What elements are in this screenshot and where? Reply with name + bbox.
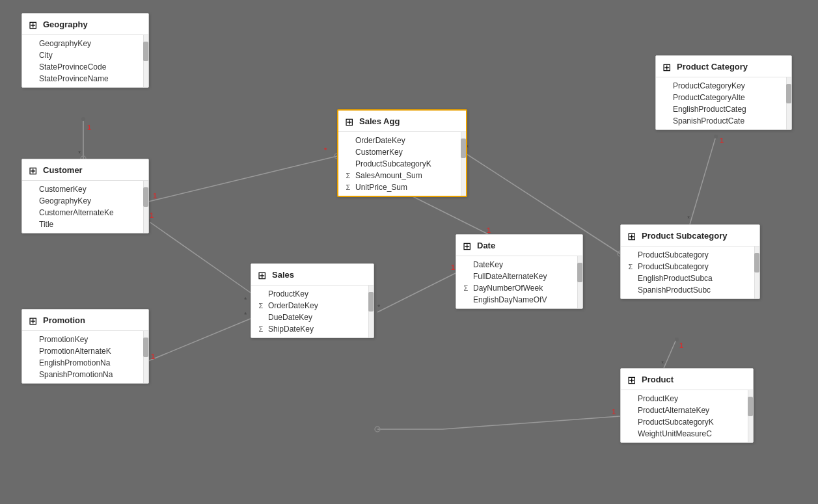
sales-title: Sales xyxy=(272,270,294,280)
sigma-icon: Σ xyxy=(344,171,353,180)
sigma-icon: Σ xyxy=(256,301,266,310)
field-icon xyxy=(344,148,353,157)
svg-text:1: 1 xyxy=(451,263,455,271)
table-icon-date: ⊞ xyxy=(463,240,473,250)
list-item: ProductSubcategoryK xyxy=(338,158,466,170)
svg-text:1: 1 xyxy=(151,352,155,360)
scrollbar[interactable] xyxy=(368,285,374,338)
date-body: DateKey FullDateAlternateKey ΣDayNumberO… xyxy=(456,256,582,308)
list-item: FullDateAlternateKey xyxy=(456,271,582,282)
table-icon-promotion: ⊞ xyxy=(29,315,39,325)
sigma-icon: Σ xyxy=(461,284,470,293)
date-table: ⊞ Date DateKey FullDateAlternateKey ΣDay… xyxy=(456,234,583,309)
scrollbar[interactable] xyxy=(143,331,148,383)
list-item: ProductCategoryAlte xyxy=(656,92,791,103)
list-item: ΣDayNumberOfWeek xyxy=(456,282,582,294)
list-item: ΣOrderDateKey xyxy=(251,300,374,312)
field-icon xyxy=(256,313,266,322)
scrollbar[interactable] xyxy=(748,390,753,442)
list-item: GeographyKey xyxy=(22,38,148,49)
field-icon xyxy=(661,105,670,114)
field-icon xyxy=(626,406,635,415)
scrollbar[interactable] xyxy=(577,256,582,308)
list-item: DueDateKey xyxy=(251,312,374,323)
svg-text:1: 1 xyxy=(679,341,683,349)
promotion-table: ⊞ Promotion PromotionKey PromotionAltern… xyxy=(21,309,149,384)
product-subcategory-table: ⊞ Product Subcategory ProductSubcategory… xyxy=(620,224,760,299)
table-icon-product-category: ⊞ xyxy=(662,61,673,72)
table-icon-geography: ⊞ xyxy=(29,19,39,29)
sigma-icon: Σ xyxy=(344,183,353,192)
svg-point-34 xyxy=(375,427,380,432)
table-icon-sales: ⊞ xyxy=(258,269,268,280)
svg-text:1: 1 xyxy=(150,211,154,219)
list-item: EnglishProductSubca xyxy=(621,272,759,284)
list-item: SpanishProductSubc xyxy=(621,284,759,296)
product-category-body: ProductCategoryKey ProductCategoryAlte E… xyxy=(656,77,791,129)
list-item: EnglishDayNameOfV xyxy=(456,294,582,306)
field-icon xyxy=(27,347,36,356)
sales-agg-table: ⊞ Sales Agg OrderDateKey CustomerKey Pro… xyxy=(337,109,467,197)
list-item: CustomerKey xyxy=(338,146,466,158)
svg-text:*: * xyxy=(244,311,247,319)
geography-table: ⊞ Geography GeographyKey City StateProvi… xyxy=(21,13,149,88)
promotion-header: ⊞ Promotion xyxy=(22,310,148,331)
svg-text:1: 1 xyxy=(612,408,616,416)
field-icon xyxy=(27,51,36,60)
list-item: DateKey xyxy=(456,259,582,271)
field-icon xyxy=(27,220,36,229)
promotion-body: PromotionKey PromotionAlternateK English… xyxy=(22,331,148,383)
customer-table: ⊞ Customer CustomerKey GeographyKey Cust… xyxy=(21,159,149,233)
geography-header: ⊞ Geography xyxy=(22,14,148,35)
scrollbar[interactable] xyxy=(143,181,148,233)
scrollbar[interactable] xyxy=(461,132,466,196)
list-item: ProductKey xyxy=(621,393,753,405)
svg-text:1: 1 xyxy=(153,192,157,200)
customer-title: Customer xyxy=(43,165,83,175)
list-item: ProductSubcategory xyxy=(621,249,759,261)
product-table: ⊞ Product ProductKey ProductAlternateKey… xyxy=(620,368,754,443)
sales-table: ⊞ Sales ProductKey ΣOrderDateKey DueDate… xyxy=(251,263,374,338)
scrollbar[interactable] xyxy=(786,77,791,129)
customer-body: CustomerKey GeographyKey CustomerAlterna… xyxy=(22,181,148,233)
field-icon xyxy=(344,136,353,145)
list-item: EnglishProductCateg xyxy=(656,103,791,115)
svg-text:1: 1 xyxy=(487,226,491,234)
field-icon xyxy=(626,285,635,295)
sales-agg-header: ⊞ Sales Agg xyxy=(338,111,466,132)
list-item: CustomerKey xyxy=(22,183,148,195)
sigma-icon: Σ xyxy=(626,262,635,271)
field-icon xyxy=(27,74,36,83)
product-subcategory-body: ProductSubcategory ΣProductSubcategory E… xyxy=(621,246,759,298)
svg-text:*: * xyxy=(78,150,81,157)
field-icon xyxy=(27,39,36,48)
table-icon-sales-agg: ⊞ xyxy=(345,116,355,126)
field-icon xyxy=(27,370,36,379)
list-item: City xyxy=(22,49,148,61)
geography-title: Geography xyxy=(43,20,88,29)
field-icon xyxy=(27,62,36,72)
product-subcategory-title: Product Subcategory xyxy=(642,231,727,241)
svg-line-5 xyxy=(148,156,337,202)
svg-line-19 xyxy=(403,192,488,234)
list-item: ProductKey xyxy=(251,288,374,300)
list-item: StateProvinceName xyxy=(22,73,148,85)
field-icon xyxy=(27,335,36,344)
svg-text:*: * xyxy=(244,296,247,304)
svg-text:*: * xyxy=(377,303,381,311)
product-subcategory-header: ⊞ Product Subcategory xyxy=(621,225,759,246)
list-item: ΣProductSubcategory xyxy=(621,261,759,272)
scrollbar[interactable] xyxy=(754,246,759,298)
list-item: GeographyKey xyxy=(22,195,148,207)
field-icon xyxy=(661,81,670,90)
product-body: ProductKey ProductAlternateKey ProductSu… xyxy=(621,390,753,442)
table-icon-product: ⊞ xyxy=(627,374,638,384)
svg-text:1: 1 xyxy=(720,137,724,144)
scrollbar[interactable] xyxy=(143,35,148,87)
list-item: SpanishPromotionNa xyxy=(22,369,148,380)
field-icon xyxy=(27,358,36,367)
promotion-title: Promotion xyxy=(43,315,85,325)
list-item: PromotionKey xyxy=(22,334,148,345)
sales-agg-title: Sales Agg xyxy=(359,116,400,126)
product-category-title: Product Category xyxy=(677,62,748,72)
